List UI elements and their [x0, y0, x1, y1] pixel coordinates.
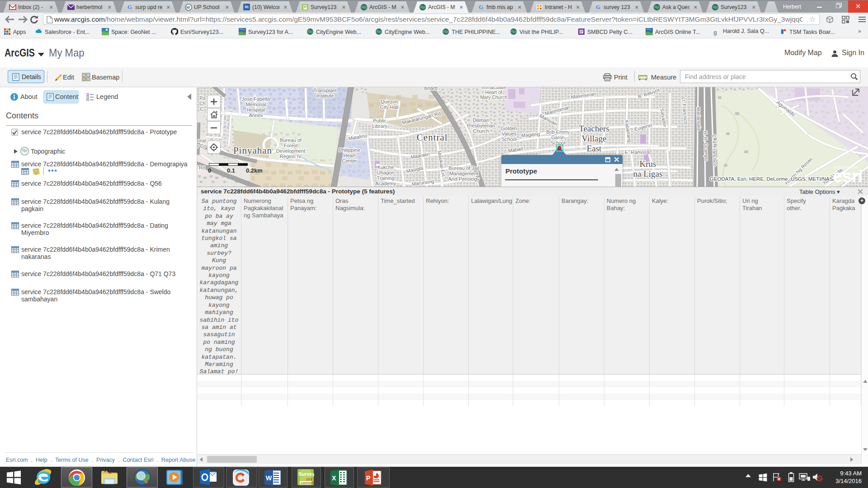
svg-text:Krus: Krus — [640, 159, 656, 169]
svg-text:na Ligas: na Ligas — [633, 169, 663, 178]
svg-text:W: W — [266, 474, 272, 482]
svg-text:Center: Center — [342, 158, 357, 164]
svg-text:Pa: Pa — [200, 95, 206, 101]
svg-text:GEODATA, Esri, HERE, DeLorme,: GEODATA, Esri, HERE, DeLorme, USGS, METI… — [710, 176, 836, 182]
svg-text:Philippine: Philippine — [339, 147, 360, 153]
svg-text:H. R. Ocampo: H. R. Ocampo — [703, 131, 709, 161]
svg-text:Village: Village — [582, 134, 607, 143]
svg-text:Memorial: Memorial — [245, 102, 266, 107]
svg-text:East: East — [587, 144, 602, 153]
svg-text:Bob Emmy: Bob Emmy — [546, 129, 570, 135]
svg-text:Uhagon: Uhagon — [377, 170, 395, 175]
svg-text:Golden: Golden — [501, 126, 517, 131]
svg-text:C. V. Francisco: C. V. Francisco — [712, 134, 718, 166]
svg-text:esri: esri — [833, 166, 862, 186]
svg-text:Garon: Garon — [551, 135, 564, 140]
svg-text:Development: Development — [276, 148, 306, 154]
svg-text:Transplant: Transplant — [313, 88, 337, 93]
svg-text:Values: Values — [502, 131, 517, 136]
svg-text:School: School — [501, 136, 517, 142]
svg-text:Presbyterian: Presbyterian — [467, 123, 495, 128]
svg-text:Church: Church — [473, 128, 489, 134]
svg-text:Region IV: Region IV — [280, 154, 302, 159]
svg-text:Public: Public — [373, 118, 387, 123]
svg-text:And Penology: And Penology — [448, 176, 480, 182]
svg-text:Heart: Heart — [344, 153, 356, 158]
svg-text:Management: Management — [449, 171, 478, 176]
svg-text:i Rd: i Rd — [197, 165, 205, 170]
svg-text:Mary Church: Mary Church — [480, 94, 507, 100]
svg-text:Training: Training — [377, 175, 394, 181]
svg-text:Kukche: Kukche — [377, 164, 394, 170]
svg-text:Ch: Ch — [199, 101, 206, 106]
svg-text:Forest: Forest — [283, 143, 297, 148]
svg-text:Annex: Annex — [249, 113, 263, 118]
svg-text:Mariansala: Mariansala — [696, 107, 702, 131]
svg-text:onal: onal — [197, 138, 206, 143]
svg-text:C: C — [200, 106, 203, 112]
svg-text:Hospital: Hospital — [247, 107, 265, 113]
svg-text:P: P — [366, 474, 370, 482]
svg-text:Pinyahan: Pinyahan — [233, 145, 272, 156]
svg-text:City Hall: City Hall — [380, 104, 399, 110]
svg-text:Diliman: Diliman — [473, 117, 490, 123]
svg-text:Jose Fabella: Jose Fabella — [242, 96, 270, 102]
svg-text:Institute: Institute — [316, 93, 334, 99]
svg-text:Bureau of: Bureau of — [280, 137, 302, 143]
svg-text:Academy: Academy — [375, 181, 396, 186]
svg-text:E. Ramos: E. Ramos — [625, 150, 647, 155]
svg-text:X: X — [332, 474, 336, 482]
svg-text:Bureau of Jail: Bureau of Jail — [448, 165, 479, 171]
svg-text:Library: Library — [372, 123, 387, 129]
svg-text:Teachers: Teachers — [579, 124, 609, 133]
svg-text:connect: connect — [301, 481, 314, 485]
svg-text:Quezon: Quezon — [381, 99, 398, 104]
svg-text:Survey: Survey — [298, 471, 314, 477]
svg-text:Central: Central — [417, 132, 448, 143]
svg-text:Board: Board — [424, 87, 437, 91]
svg-text:r Co: r Co — [197, 143, 206, 149]
